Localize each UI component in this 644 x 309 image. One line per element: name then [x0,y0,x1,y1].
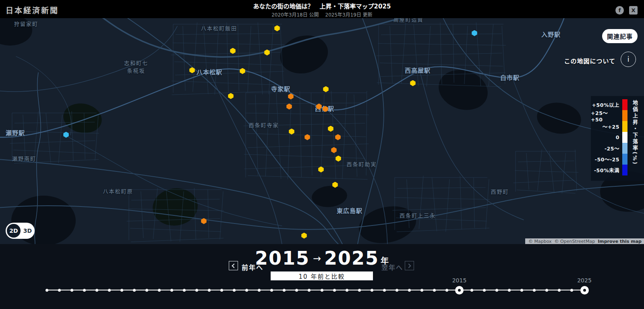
improve-map-link[interactable]: Improve this map [598,239,642,244]
timeline-year-label: 2015 [452,277,467,284]
toggle-3d-button[interactable]: 3D [21,228,35,234]
timeline-year-dot[interactable] [245,289,248,292]
timeline-year-dot[interactable] [208,289,211,292]
timeline-year-dot[interactable] [258,289,261,292]
timeline-year-dot[interactable] [346,289,348,292]
legend-color-segment [622,99,627,110]
facebook-share-icon[interactable]: f [615,6,624,15]
timeline-year-dot[interactable] [46,289,48,292]
timeline-marker-center [458,289,461,292]
timeline-marker-2015[interactable] [455,286,464,294]
dimension-toggle[interactable]: 2D 3D [6,223,35,239]
timeline-year-dot[interactable] [120,289,123,292]
timeline-year-dot[interactable] [508,289,511,292]
timeline-year-dot[interactable] [270,289,273,292]
timeline-year-dot[interactable] [371,289,373,292]
legend-color-segment [622,121,627,132]
timeline-year-dot[interactable] [358,289,361,292]
timeline-year-dot[interactable] [83,289,86,292]
legend-item-label: -50%未満 [591,165,619,175]
osm-credit[interactable]: © OpenStreetMap [555,239,595,244]
timeline-year-dot[interactable] [570,289,573,292]
mapbox-credit[interactable]: © Mapbox [528,239,552,244]
publish-dates: 2020年3月18日 公開2025年3月19日 更新 [253,11,391,18]
legend-item-label: 〜+25 [591,121,619,132]
timeline-year-dot[interactable] [408,289,411,292]
timeline-year-dot[interactable] [220,289,223,292]
year-timeline: 20152025 [0,244,644,309]
legend-color-segment [622,154,627,165]
timeline-year-dot[interactable] [283,289,286,292]
timeline-year-dot[interactable] [321,289,323,292]
timeline-year-dot[interactable] [545,289,548,292]
map-attribution: © Mapbox © OpenStreetMap Improve this ma… [525,238,644,244]
timeline-year-dot[interactable] [70,289,73,292]
timeline-marker-center [583,289,586,292]
legend-labels: +50%以上+25〜+50〜+250-25〜-50〜-25-50%未満 [591,99,619,175]
timeline-track[interactable] [47,290,584,290]
timeline-year-dot[interactable] [170,289,173,292]
timeline-year-dot[interactable] [145,289,148,292]
header-bar: 日本経済新聞 あなたの街の地価は？ 上昇・下落率マップ2025 2020年3月1… [0,0,644,18]
timeline-year-dot[interactable] [383,289,386,292]
page-title: あなたの街の地価は？ 上昇・下落率マップ2025 [253,2,391,10]
legend-color-segment [622,132,627,143]
timeline-year-dot[interactable] [495,289,498,292]
legend-color-segment [622,165,627,175]
about-map-label: この地図について [564,56,615,65]
timeline-year-dot[interactable] [108,289,111,292]
timeline-year-dot[interactable] [533,289,536,292]
year-control-bar: 前年へ 2015 → 2025 年 10 年前と比較 翌年へ 20152025 [0,244,644,309]
legend-panel: +50%以上+25〜+50〜+250-25〜-50〜-25-50%未満 地価上昇… [591,96,644,181]
timeline-year-label: 2025 [577,277,592,284]
info-icon[interactable]: i [621,52,636,67]
timeline-year-dot[interactable] [520,289,523,292]
land-price-map-app: 日本経済新聞 あなたの街の地価は？ 上昇・下落率マップ2025 2020年3月1… [0,0,644,309]
related-articles-button[interactable]: 関連記事 [602,29,638,43]
nikkei-logo[interactable]: 日本経済新聞 [6,4,59,15]
legend-item-label: 0 [591,132,619,143]
timeline-year-dot[interactable] [420,289,423,292]
timeline-year-dot[interactable] [295,289,298,292]
timeline-year-dot[interactable] [483,289,486,292]
timeline-year-dot[interactable] [558,289,561,292]
published-date: 2020年3月18日 公開 [271,12,319,18]
timeline-year-dot[interactable] [445,289,448,292]
timeline-year-dot[interactable] [233,289,236,292]
legend-item-label: +25〜+50 [591,110,619,121]
legend-axis-title: 地価上昇・下落率(%) [631,100,639,177]
timeline-year-dot[interactable] [396,289,398,292]
legend-item-label: -50〜-25 [591,154,619,165]
map-canvas[interactable]: 狩留家町八本松町飯田志和町七 条椛坂高屋町造賀八本松駅寺家駅西条駅西高屋駅白市駅… [0,18,644,244]
x-share-icon[interactable]: X [629,6,638,15]
legend-colorbar [622,99,627,175]
timeline-year-dot[interactable] [58,289,61,292]
timeline-year-dot[interactable] [158,289,161,292]
title-block: あなたの街の地価は？ 上昇・下落率マップ2025 2020年3月18日 公開20… [253,2,391,18]
timeline-year-dot[interactable] [133,289,136,292]
map-base-layer [0,18,644,244]
timeline-year-dot[interactable] [95,289,98,292]
timeline-marker-2025[interactable] [580,286,589,294]
legend-item-label: -25〜 [591,143,619,154]
toggle-2d-button[interactable]: 2D [7,224,21,238]
legend-color-segment [622,143,627,154]
timeline-year-dot[interactable] [470,289,473,292]
timeline-year-dot[interactable] [333,289,336,292]
timeline-year-dot[interactable] [183,289,186,292]
legend-color-segment [622,110,627,121]
timeline-year-dot[interactable] [433,289,436,292]
timeline-year-dot[interactable] [308,289,311,292]
updated-date: 2025年3月19日 更新 [325,12,372,18]
timeline-year-dot[interactable] [195,289,198,292]
